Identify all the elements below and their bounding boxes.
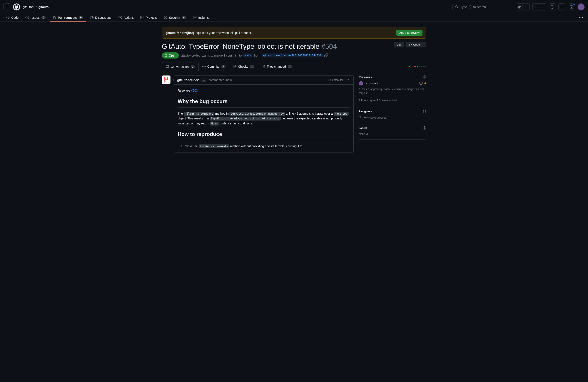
labels-head[interactable]: Labels xyxy=(359,127,426,130)
pr-icon xyxy=(53,16,56,19)
user-avatar[interactable] xyxy=(578,3,585,10)
hamburger-menu[interactable] xyxy=(3,3,10,10)
project-icon xyxy=(141,16,144,19)
tab-actions[interactable]: Actions xyxy=(116,14,136,21)
tab-checks[interactable]: Checks 1 xyxy=(229,62,258,71)
reviewer-name[interactable]: hiroshinishio xyxy=(365,82,418,85)
pr-tabs: Conversation 0 Commits 1 Checks 1 Files … xyxy=(162,62,426,71)
tab-code[interactable]: Code xyxy=(3,14,21,21)
comment-box: gitauto-for-dev bot commented now Contri… xyxy=(174,76,354,152)
github-logo[interactable] xyxy=(13,3,20,10)
tab-files[interactable]: Files changed 1 xyxy=(258,62,295,71)
issue-icon xyxy=(551,5,554,9)
comment-menu[interactable] xyxy=(347,78,350,82)
commit-icon xyxy=(202,65,206,68)
nav-overflow[interactable] xyxy=(578,14,585,21)
comment-body: Resolves #503 Why the bug occurs The fil… xyxy=(174,85,353,152)
search-icon xyxy=(455,5,459,9)
assignees-section: Assignees No one—assign yourself xyxy=(359,110,426,123)
gear-icon xyxy=(423,127,426,130)
pr-title: GitAuto: TypeError 'NoneType' object is … xyxy=(162,42,337,51)
comment-author[interactable]: gitauto-for-dev xyxy=(177,78,199,82)
copy-icon[interactable] xyxy=(324,54,328,58)
merge-text: wants to merge 1 commit into xyxy=(202,54,242,57)
chevron-down-icon xyxy=(421,44,423,46)
tab-pulls[interactable]: Pull requests 5 xyxy=(50,14,86,21)
pulls-button[interactable] xyxy=(558,3,565,10)
tab-conversation[interactable]: Conversation 0 xyxy=(162,62,199,71)
search-slash: / xyxy=(469,5,471,8)
search-input[interactable]: Type / to search xyxy=(452,4,513,10)
tab-security[interactable]: Security 6 xyxy=(161,14,189,21)
repo-nav: Code Issues 6 Pull requests 5 Discussion… xyxy=(0,14,588,22)
review-pending-dot xyxy=(424,83,426,84)
gear-icon xyxy=(423,110,426,113)
add-review-button[interactable]: Add your review xyxy=(396,30,422,36)
issues-button[interactable] xyxy=(549,3,556,10)
tab-projects[interactable]: Projects xyxy=(138,14,159,21)
notification-dot xyxy=(573,3,575,5)
tab-commits[interactable]: Commits 1 xyxy=(199,62,229,71)
reviewers-head[interactable]: Reviewers xyxy=(359,76,426,79)
heading-how: How to reproduce xyxy=(178,130,350,140)
tab-discussions[interactable]: Discussions xyxy=(87,14,114,21)
comment-action: commented xyxy=(209,78,224,82)
draft-prompt: Still in progress? Convert to draft xyxy=(359,99,426,103)
create-dropdown[interactable] xyxy=(539,3,546,10)
banner-actor: gitauto-for-dev[bot] xyxy=(166,31,194,35)
head-branch[interactable]: gitauto-wes/issue-503-20250128-144532 xyxy=(262,54,322,57)
pr-author[interactable]: gitauto-for-dev xyxy=(181,54,200,57)
diff-bar xyxy=(417,66,426,67)
review-banner: gitauto-for-dev[bot] requested your revi… xyxy=(162,27,426,39)
graph-icon xyxy=(193,16,197,19)
edit-button[interactable]: Edit xyxy=(394,42,404,47)
file-diff-icon xyxy=(262,65,265,68)
notifications-button[interactable] xyxy=(568,3,575,10)
issue-icon xyxy=(25,16,29,19)
reviewer-row: hiroshinishio xyxy=(359,81,426,85)
search-placeholder-2: to search xyxy=(473,5,486,9)
discussion-icon xyxy=(90,16,93,19)
list-item: Invoke the filter_my_comments method wit… xyxy=(184,144,350,149)
tab-insights[interactable]: Insights xyxy=(190,14,211,21)
copilot-dropdown[interactable] xyxy=(523,3,530,10)
code-icon xyxy=(6,16,10,19)
reviewers-note: At least 1 approving review is required … xyxy=(359,87,426,95)
breadcrumb: gitautoai / gitauto xyxy=(23,5,48,9)
org-link[interactable]: gitautoai xyxy=(23,5,34,9)
assign-yourself-link[interactable]: assign yourself xyxy=(370,116,387,119)
comment-avatar[interactable] xyxy=(162,76,170,84)
pulls-count: 5 xyxy=(79,16,83,19)
reviewer-avatar[interactable] xyxy=(359,81,363,85)
comment-icon xyxy=(166,65,169,68)
create-button[interactable] xyxy=(532,3,539,10)
resolves-link[interactable]: #503 xyxy=(191,89,198,92)
tab-issues[interactable]: Issues 6 xyxy=(23,14,48,21)
paragraph-why: The filter_my_comments method in service… xyxy=(178,111,350,126)
breadcrumb-sep: / xyxy=(36,5,37,9)
pr-icon xyxy=(164,54,168,57)
pr-number: #504 xyxy=(321,42,337,50)
chevron-down-icon xyxy=(542,6,544,8)
banner-msg: requested your review on this pull reque… xyxy=(194,31,252,35)
shield-icon xyxy=(164,16,167,19)
state-badge: Open xyxy=(162,52,179,59)
branch-icon xyxy=(163,77,169,83)
merge-info: Open gitauto-for-dev wants to merge 1 co… xyxy=(162,52,426,59)
bot-badge: bot xyxy=(201,79,207,82)
labels-section: Labels None yet xyxy=(359,127,426,140)
issues-count: 6 xyxy=(41,16,46,19)
base-branch[interactable]: main xyxy=(243,54,252,57)
copilot-button[interactable] xyxy=(516,3,523,10)
diff-stats: +1 −0 xyxy=(409,65,426,68)
inbox-icon xyxy=(570,5,573,9)
pr-icon xyxy=(560,5,564,9)
shield-icon[interactable] xyxy=(419,82,423,85)
assignees-head[interactable]: Assignees xyxy=(359,110,426,113)
comment-time[interactable]: now xyxy=(226,78,232,82)
repo-link[interactable]: gitauto xyxy=(39,5,49,9)
convert-draft-link[interactable]: Convert to draft xyxy=(379,99,397,102)
chevron-down-icon xyxy=(525,6,527,8)
heading-why: Why the bug occurs xyxy=(178,97,350,107)
code-button[interactable]: Code xyxy=(406,42,426,47)
